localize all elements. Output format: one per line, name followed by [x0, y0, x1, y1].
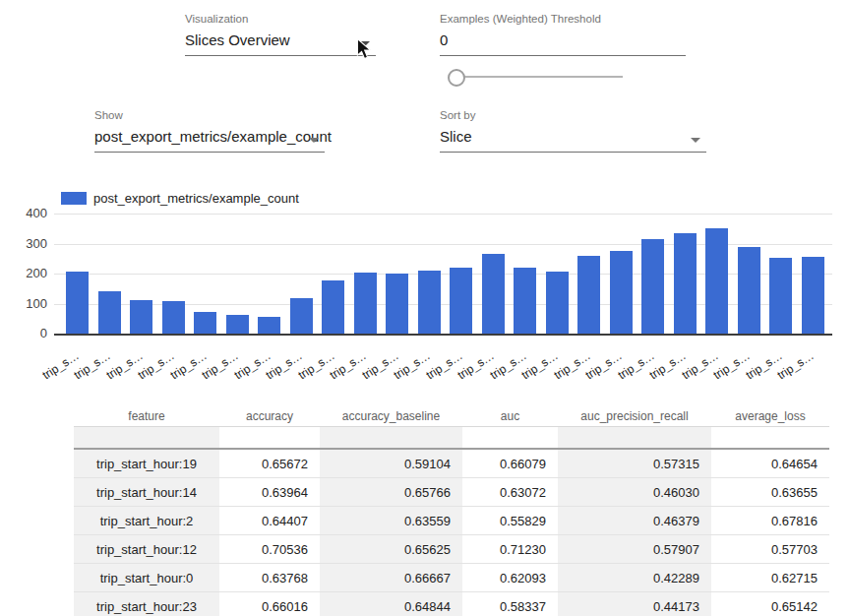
sort-by-value[interactable]: Slice [440, 129, 706, 152]
table-cell[interactable]: 0.57907 [558, 535, 711, 564]
y-tick-label: 300 [10, 237, 47, 251]
table-cell[interactable]: 0.44173 [558, 592, 711, 616]
bar-16[interactable] [577, 256, 600, 334]
table-row[interactable]: trip_start_hour:120.705360.656250.712300… [74, 535, 829, 564]
table-cell[interactable]: 0.59104 [320, 449, 462, 478]
table-row[interactable]: trip_start_hour:230.660160.648440.583370… [74, 592, 829, 616]
column-header-auc_precision_recall[interactable]: auc_precision_recall [558, 405, 711, 427]
bar-7[interactable] [290, 298, 313, 334]
table-body: trip_start_hour:190.656720.591040.660790… [74, 449, 829, 616]
filter-cell [558, 427, 711, 450]
table-cell[interactable]: 0.65672 [219, 449, 320, 478]
bar-6[interactable] [258, 317, 280, 334]
table-cell[interactable]: trip_start_hour:14 [74, 478, 219, 507]
table-cell[interactable]: 0.63768 [219, 564, 320, 592]
bar-23[interactable] [802, 257, 824, 334]
x-axis-labels: trip_s…trip_s…trip_s…trip_s…trip_s…trip_… [54, 336, 832, 390]
filter-cell [711, 427, 829, 450]
table-cell[interactable]: 0.62715 [711, 564, 829, 592]
bar-18[interactable] [641, 239, 664, 334]
table-head: featureaccuracyaccuracy_baselineaucauc_p… [74, 405, 829, 449]
table-cell[interactable]: 0.63072 [462, 478, 558, 507]
bar-3[interactable] [162, 301, 185, 334]
examples-threshold-value[interactable]: 0 [440, 32, 686, 55]
table-cell[interactable]: 0.46030 [558, 478, 711, 507]
bar-13[interactable] [482, 254, 505, 334]
bar-2[interactable] [130, 300, 152, 334]
bar-12[interactable] [450, 268, 472, 334]
table-cell[interactable]: 0.64407 [219, 507, 320, 535]
bar-21[interactable] [738, 247, 760, 334]
table-cell[interactable]: 0.67816 [711, 507, 829, 535]
table-cell[interactable]: 0.46379 [558, 507, 711, 535]
filter-cell [320, 427, 462, 450]
show-label: Show [94, 108, 325, 122]
y-axis-labels: 0100200300400 [10, 214, 47, 341]
table-cell[interactable]: 0.62093 [462, 564, 558, 592]
bar-4[interactable] [194, 312, 216, 334]
table-cell[interactable]: 0.65766 [320, 478, 462, 507]
show-dropdown[interactable]: Show post_export_metrics/example_count [94, 108, 325, 153]
table-cell[interactable]: 0.57703 [711, 535, 829, 564]
slider-knob[interactable] [448, 69, 465, 87]
table-cell[interactable]: 0.70536 [219, 535, 320, 564]
slider-track[interactable] [463, 76, 623, 78]
table-cell[interactable]: trip_start_hour:2 [74, 507, 219, 535]
show-value[interactable]: post_export_metrics/example_count [94, 129, 325, 152]
bar-0[interactable] [66, 272, 89, 334]
chart-legend: post_export_metrics/example_count [61, 191, 299, 205]
table-cell[interactable]: trip_start_hour:19 [74, 449, 219, 478]
table-row[interactable]: trip_start_hour:140.639640.657660.630720… [74, 478, 829, 507]
examples-threshold-input[interactable]: Examples (Weighted) Threshold 0 [440, 12, 686, 56]
table-row[interactable]: trip_start_hour:00.637680.666670.620930.… [74, 564, 829, 592]
table-cell[interactable]: 0.71230 [462, 535, 558, 564]
examples-threshold-slider[interactable] [448, 68, 625, 88]
bar-14[interactable] [514, 268, 536, 334]
bar-8[interactable] [322, 280, 344, 334]
plot-area [54, 214, 832, 336]
bar-5[interactable] [226, 315, 249, 334]
table-cell[interactable]: 0.63559 [320, 507, 462, 535]
table-cell[interactable]: 0.65625 [320, 535, 462, 564]
table-cell[interactable]: 0.66667 [320, 564, 462, 592]
table-cell[interactable]: 0.66016 [219, 592, 320, 616]
column-header-feature[interactable]: feature [74, 405, 219, 427]
table-row[interactable]: trip_start_hour:20.644070.635590.558290.… [74, 507, 829, 535]
table-cell[interactable]: trip_start_hour:23 [74, 592, 219, 616]
bar-22[interactable] [769, 258, 792, 334]
table-cell[interactable]: 0.55829 [462, 507, 558, 535]
column-header-auc[interactable]: auc [462, 405, 558, 427]
bar-17[interactable] [610, 251, 633, 334]
table-filter-row [74, 427, 829, 450]
bar-11[interactable] [418, 271, 441, 334]
table-cell[interactable]: 0.64844 [320, 592, 462, 616]
table-cell[interactable]: 0.58337 [462, 592, 558, 616]
visualization-value[interactable]: Slices Overview [185, 32, 376, 55]
table-row[interactable]: trip_start_hour:190.656720.591040.660790… [74, 449, 829, 478]
y-tick-label: 200 [10, 267, 47, 280]
bar-19[interactable] [674, 233, 697, 334]
column-header-average_loss[interactable]: average_loss [711, 405, 829, 427]
bar-9[interactable] [354, 273, 377, 334]
table-cell[interactable]: trip_start_hour:12 [74, 535, 219, 564]
table-cell[interactable]: trip_start_hour:0 [74, 564, 219, 592]
filter-cell [462, 427, 558, 450]
bar-1[interactable] [98, 291, 121, 334]
table-cell[interactable]: 0.65142 [711, 592, 829, 616]
column-header-accuracy[interactable]: accuracy [219, 405, 320, 427]
table-cell[interactable]: 0.57315 [558, 449, 711, 478]
sort-by-dropdown[interactable]: Sort by Slice [440, 108, 706, 153]
bar-10[interactable] [386, 274, 408, 334]
chevron-down-icon[interactable] [691, 138, 700, 143]
table-cell[interactable]: 0.64654 [711, 449, 829, 478]
table-cell[interactable]: 0.66079 [462, 449, 558, 478]
visualization-dropdown[interactable]: Visualization Slices Overview [185, 12, 376, 56]
table-header-row: featureaccuracyaccuracy_baselineaucauc_p… [74, 405, 829, 427]
bar-15[interactable] [546, 272, 569, 334]
column-header-accuracy_baseline[interactable]: accuracy_baseline [320, 405, 462, 427]
table-cell[interactable]: 0.63655 [711, 478, 829, 507]
bar-20[interactable] [705, 228, 728, 334]
table-cell[interactable]: 0.63964 [219, 478, 320, 507]
table-cell[interactable]: 0.42289 [558, 564, 711, 592]
chevron-down-icon[interactable] [309, 138, 319, 143]
